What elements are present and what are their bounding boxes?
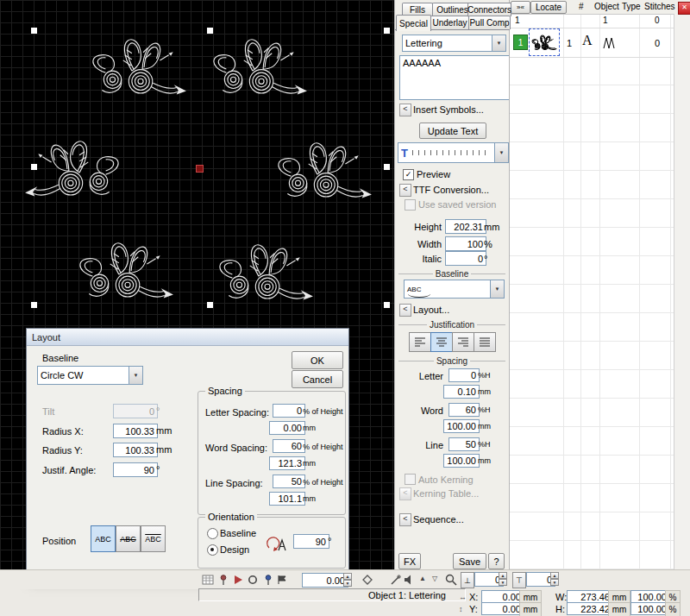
- tab-outlines[interactable]: Outlines: [432, 3, 473, 16]
- insert-symbols-link[interactable]: Insert Symbols...: [413, 104, 484, 115]
- offset-stepper-2[interactable]: ▲▼: [550, 572, 559, 586]
- grid-size-field[interactable]: 0.00: [302, 573, 348, 588]
- help-button[interactable]: ?: [488, 553, 505, 569]
- position-middle-button[interactable]: ABC: [116, 525, 141, 552]
- lettering-object-icon[interactable]: A: [582, 33, 593, 48]
- line-mm-field[interactable]: 100.00: [443, 454, 480, 468]
- radius-x-field[interactable]: 100.33: [113, 424, 158, 438]
- embroidery-motif[interactable]: [86, 26, 190, 105]
- preview-checkbox[interactable]: ✓: [403, 169, 414, 180]
- object-list-scrollbar[interactable]: [674, 14, 690, 569]
- chevron-down-icon[interactable]: ▼: [494, 143, 508, 162]
- x-field[interactable]: 0.00: [481, 590, 524, 603]
- pin-icon[interactable]: [217, 574, 229, 586]
- sequence-link[interactable]: Sequence...: [413, 514, 464, 525]
- justify-center-button[interactable]: [430, 332, 453, 352]
- selection-handle[interactable]: [384, 28, 390, 34]
- grid-table-icon[interactable]: [202, 574, 214, 586]
- selection-handle[interactable]: [31, 28, 37, 34]
- dialog-titlebar[interactable]: Layout: [27, 329, 348, 346]
- flag-icon[interactable]: [277, 575, 287, 585]
- font-combobox[interactable]: T ▼: [398, 142, 509, 163]
- selection-handle[interactable]: [207, 302, 213, 308]
- selection-handle[interactable]: [31, 164, 37, 170]
- chevron-down-icon[interactable]: ▼: [490, 280, 504, 298]
- embroidery-motif[interactable]: [207, 26, 310, 105]
- word-pct-field[interactable]: 60: [448, 403, 480, 417]
- rollout-icon[interactable]: <: [399, 513, 411, 526]
- embroidery-motif[interactable]: [22, 128, 125, 207]
- ring-icon[interactable]: [248, 575, 258, 585]
- save-button[interactable]: Save: [453, 553, 486, 569]
- justify-right-button[interactable]: [452, 332, 474, 352]
- baseline-offset-toggle[interactable]: ⊥: [461, 572, 474, 588]
- justify-left-button[interactable]: [409, 332, 431, 352]
- diamond-icon[interactable]: [362, 575, 373, 585]
- orientation-angle-field[interactable]: 90: [293, 534, 329, 549]
- zoom-icon[interactable]: [445, 574, 457, 586]
- use-saved-version-checkbox[interactable]: [405, 199, 416, 211]
- letter-spacing-mm-field[interactable]: 0.00: [269, 421, 305, 435]
- rollout-icon[interactable]: <: [399, 184, 411, 197]
- position-normal-button[interactable]: ABC: [91, 525, 116, 552]
- raise-triangle-icon[interactable]: ▲: [419, 575, 426, 582]
- justif-angle-field[interactable]: 90: [113, 462, 158, 477]
- update-text-button[interactable]: Update Text: [419, 123, 486, 139]
- selection-handle[interactable]: [384, 302, 390, 308]
- line-pct-field[interactable]: 50: [448, 437, 480, 451]
- play-triangle-icon[interactable]: [233, 575, 243, 585]
- radius-y-field[interactable]: 100.33: [113, 443, 158, 457]
- rollout-icon[interactable]: <: [399, 487, 411, 500]
- embroidery-motif[interactable]: [213, 231, 317, 311]
- h-field[interactable]: 223.42: [567, 602, 613, 615]
- chevron-down-icon[interactable]: ▼: [129, 367, 142, 384]
- layout-link[interactable]: Layout...: [413, 305, 449, 315]
- height-field[interactable]: 202.31: [445, 219, 486, 234]
- collapse-panel-button[interactable]: »«: [511, 1, 530, 14]
- rollout-icon[interactable]: <: [399, 104, 411, 116]
- locate-button[interactable]: Locate: [530, 1, 567, 14]
- fx-button[interactable]: FX: [398, 553, 421, 569]
- tab-connectors[interactable]: Connectors: [467, 3, 511, 16]
- lower-triangle-icon[interactable]: ▽: [432, 575, 437, 582]
- auto-kerning-checkbox[interactable]: [405, 474, 416, 485]
- selection-handle[interactable]: [384, 164, 390, 170]
- offset-stepper-1[interactable]: ▲▼: [499, 572, 507, 586]
- embroidery-motif[interactable]: [272, 129, 375, 209]
- cancel-button[interactable]: Cancel: [292, 370, 343, 388]
- kerning-table-link[interactable]: Kerning Table...: [413, 488, 479, 499]
- baseline-style-combobox[interactable]: ABC ▼: [404, 280, 505, 299]
- needle-icon[interactable]: [390, 574, 402, 586]
- rollout-icon[interactable]: <: [399, 304, 411, 317]
- ttf-conversion-link[interactable]: TTF Conversion...: [413, 185, 489, 195]
- selection-handle[interactable]: [31, 302, 37, 308]
- close-icon[interactable]: ✕: [678, 2, 690, 15]
- speaker-icon[interactable]: [404, 574, 416, 586]
- letter-spacing-pct-field[interactable]: 0: [273, 404, 305, 418]
- baseline-combobox[interactable]: Circle CW ▼: [37, 366, 143, 385]
- italic-field[interactable]: 0: [445, 251, 486, 266]
- embroidery-motif[interactable]: [73, 229, 177, 309]
- line-spacing-pct-field[interactable]: 50: [273, 475, 305, 488]
- top-offset-toggle[interactable]: ⊤: [512, 572, 526, 588]
- word-spacing-mm-field[interactable]: 121.3: [269, 456, 305, 470]
- lettering-text-area[interactable]: AAAAAA: [399, 55, 510, 100]
- letter-pct-field[interactable]: 0: [448, 368, 480, 382]
- ok-button[interactable]: OK: [292, 351, 343, 369]
- tilt-field[interactable]: 0: [113, 404, 158, 418]
- w-field[interactable]: 273.46: [567, 590, 613, 603]
- chevron-down-icon[interactable]: ▼: [492, 35, 505, 51]
- tab-special[interactable]: Special: [396, 15, 431, 31]
- object-mode-combobox[interactable]: Lettering ▼: [402, 35, 506, 52]
- tab-pull-comp[interactable]: Pull Comp: [468, 16, 511, 29]
- selection-handle[interactable]: [207, 28, 213, 34]
- object-thumbnail[interactable]: [529, 28, 560, 56]
- position-top-button[interactable]: ABC: [141, 525, 166, 552]
- color-chip[interactable]: 1: [513, 35, 528, 50]
- tab-underlay[interactable]: Underlay: [430, 16, 469, 29]
- word-mm-field[interactable]: 100.00: [443, 419, 480, 433]
- width-field[interactable]: 100: [445, 236, 486, 251]
- letter-mm-field[interactable]: 0.10: [443, 385, 480, 399]
- word-spacing-pct-field[interactable]: 60: [273, 439, 305, 453]
- line-spacing-mm-field[interactable]: 101.1: [269, 492, 305, 506]
